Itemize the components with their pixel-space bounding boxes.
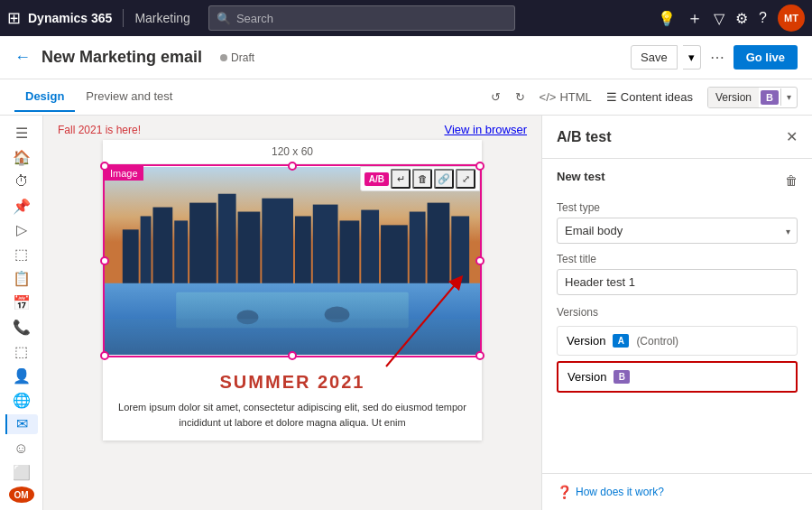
control-label: (Control) <box>636 335 678 348</box>
delete-test-button[interactable]: 🗑 <box>785 173 798 188</box>
sidebar-item-calendar[interactable]: 📅 <box>5 292 38 313</box>
handle-bc[interactable] <box>288 351 297 360</box>
sidebar-item-play[interactable]: ▷ <box>5 220 38 241</box>
tab-preview[interactable]: Preview and test <box>75 82 183 112</box>
module-name: Marketing <box>134 11 189 25</box>
sidebar-item-clipboard[interactable]: 📋 <box>5 268 38 289</box>
handle-br[interactable] <box>475 351 484 360</box>
page-title: New Marketing email <box>42 48 202 67</box>
add-icon[interactable]: ＋ <box>687 7 703 29</box>
sidebar-item-globe[interactable]: 🌐 <box>5 390 38 411</box>
version-b-text: Version <box>567 370 606 384</box>
sidebar-item-box[interactable]: ⬜ <box>5 462 38 483</box>
handle-tc[interactable] <box>288 162 297 171</box>
sidebar-item-pinned[interactable]: 📌 <box>5 196 38 217</box>
tab-icons: ↺ ↻ </> HTML ☰ Content ideas Version B ▾ <box>491 87 798 108</box>
svg-rect-5 <box>189 203 217 292</box>
page-toolbar: ← New Marketing email Draft Save ▾ ⋯ Go … <box>0 36 812 79</box>
sidebar-item-smiley[interactable]: ☺ <box>5 438 38 459</box>
email-canvas: 120 x 60 Image A/B ↵ 🗑 🔗 ⤢ <box>103 140 482 440</box>
content-ideas-button[interactable]: ☰ Content ideas <box>606 90 693 104</box>
svg-rect-6 <box>218 194 236 292</box>
tab-design[interactable]: Design <box>14 82 75 112</box>
save-button[interactable]: Save <box>631 45 678 70</box>
sidebar-item-home[interactable]: 🏠 <box>5 147 38 168</box>
main-area: ☰ 🏠 ⏱ 📌 ▷ ⬚ 📋 📅 📞 ⬚ 👤 🌐 ✉ ☺ ⬜ OM Fall 20… <box>0 116 812 510</box>
sidebar-item-phone[interactable]: 📞 <box>5 317 38 338</box>
link-button[interactable]: 🔗 <box>434 169 454 189</box>
delete-icon: 🗑 <box>785 173 798 188</box>
version-a-row[interactable]: Version A (Control) <box>557 326 798 356</box>
sidebar-item-square[interactable]: ⬚ <box>5 341 38 362</box>
nav-divider <box>123 9 124 27</box>
test-type-field: Test type Email body Subject line From n… <box>557 201 798 244</box>
ab-new-test-row: New test 🗑 <box>557 170 798 190</box>
search-input[interactable] <box>236 12 507 25</box>
grid-icon[interactable]: ⊞ <box>7 8 21 28</box>
svg-rect-8 <box>262 199 293 292</box>
test-title-label: Test title <box>557 253 798 265</box>
image-label: Image <box>105 166 143 181</box>
test-title-field: Test title <box>557 253 798 295</box>
view-in-browser-link[interactable]: View in browser <box>444 123 527 136</box>
ab-panel-title: A/B test <box>557 129 611 145</box>
undo-button[interactable]: ↺ <box>491 90 501 104</box>
version-b-badge: B <box>761 90 779 105</box>
search-bar[interactable]: 🔍 <box>208 5 515 31</box>
ab-panel-footer[interactable]: ❓ How does it work? <box>542 473 812 510</box>
svg-rect-2 <box>141 216 152 292</box>
handle-bl[interactable] <box>100 351 109 360</box>
sidebar-item-user[interactable]: 👤 <box>5 366 38 386</box>
app-name: Dynamics 365 <box>28 11 112 25</box>
code-icon: </> <box>540 90 557 104</box>
svg-rect-14 <box>410 212 426 292</box>
html-button[interactable]: </> HTML <box>540 90 592 104</box>
settings-icon[interactable]: ⚙ <box>735 10 748 27</box>
back-button[interactable]: ← <box>14 48 31 67</box>
lightbulb-icon[interactable]: 💡 <box>658 10 676 27</box>
status-badge-container: Draft <box>220 51 254 64</box>
golive-button[interactable]: Go live <box>734 45 798 70</box>
city-svg <box>105 166 480 356</box>
move-button[interactable]: ⤢ <box>456 169 475 189</box>
new-test-label: New test <box>557 170 604 183</box>
help-icon[interactable]: ? <box>759 10 767 26</box>
summer-text: SUMMER 2021 <box>103 357 482 400</box>
sidebar-item-recent[interactable]: ⏱ <box>5 172 38 192</box>
version-b-row[interactable]: Version B <box>557 361 798 393</box>
handle-tl[interactable] <box>100 162 109 171</box>
svg-rect-15 <box>428 203 450 292</box>
svg-rect-3 <box>152 208 172 292</box>
draft-dot <box>220 54 227 61</box>
save-split-button[interactable]: ▾ <box>683 45 701 70</box>
enter-button[interactable]: ↵ <box>391 169 411 189</box>
handle-tr[interactable] <box>475 162 484 171</box>
test-type-select-wrap: Email body Subject line From name ▾ <box>557 218 798 244</box>
sidebar-item-email[interactable]: ✉ <box>5 414 38 435</box>
ab-panel-header: A/B test ✕ <box>542 116 812 159</box>
filter-icon[interactable]: ▽ <box>714 10 724 27</box>
handle-ml[interactable] <box>100 256 109 265</box>
sidebar-item-hamburger[interactable]: ☰ <box>5 123 38 144</box>
more-button[interactable]: ⋯ <box>706 45 728 70</box>
ab-close-button[interactable]: ✕ <box>786 128 798 145</box>
version-chevron-icon[interactable]: ▾ <box>780 88 797 106</box>
search-icon: 🔍 <box>217 12 231 25</box>
test-title-input[interactable] <box>557 269 798 295</box>
sidebar-item-grid[interactable]: ⬚ <box>5 244 38 264</box>
svg-rect-7 <box>238 212 261 292</box>
handle-mr[interactable] <box>475 256 484 265</box>
test-type-label: Test type <box>557 201 798 214</box>
svg-rect-13 <box>381 225 408 292</box>
save-label: Save <box>641 51 668 64</box>
canvas-top-bar: Fall 2021 is here! View in browser <box>58 123 527 136</box>
avatar[interactable]: MT <box>778 5 805 32</box>
version-b-badge: B <box>614 370 630 384</box>
sidebar: ☰ 🏠 ⏱ 📌 ▷ ⬚ 📋 📅 📞 ⬚ 👤 🌐 ✉ ☺ ⬜ OM <box>0 116 43 510</box>
image-block[interactable]: Image A/B ↵ 🗑 🔗 ⤢ <box>103 164 482 357</box>
svg-rect-4 <box>174 220 188 292</box>
delete-image-button[interactable]: 🗑 <box>412 169 432 189</box>
redo-button[interactable]: ↻ <box>515 90 525 104</box>
sidebar-item-om[interactable]: OM <box>9 487 34 503</box>
test-type-select[interactable]: Email body Subject line From name <box>557 218 798 244</box>
